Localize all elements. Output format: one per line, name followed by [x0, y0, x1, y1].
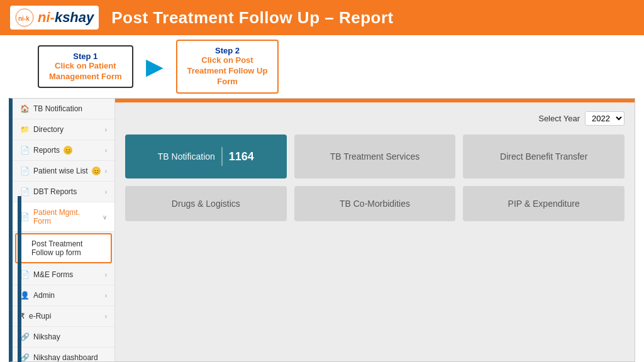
step-arrow: ▶	[146, 55, 164, 78]
sidebar-item-admin[interactable]: 👤 Admin ›	[13, 285, 114, 306]
logo-icon: ni-k	[15, 8, 34, 27]
sidebar-item-label: DBT Reports	[33, 187, 77, 196]
logo: ni-k ni-kshay	[10, 6, 99, 30]
grid-buttons: TB Notification 1164 TB Treatment Servic…	[125, 134, 625, 221]
chevron-down-icon: ∨	[103, 214, 107, 221]
sidebar-item-me-forms[interactable]: 📄 M&E Forms ›	[13, 265, 114, 285]
direct-benefit-label: Direct Benefit Transfer	[500, 151, 587, 162]
person-icon: 👤	[20, 291, 30, 300]
sidebar-subitem-post-treatment[interactable]: Post Treatment Follow up form	[15, 233, 112, 263]
sidebar-item-patient-wise-list[interactable]: 📄 Patient wise List 😊 ›	[13, 161, 114, 182]
sidebar-item-label: Nikshay dashboard	[33, 353, 98, 361]
file-icon: 📄	[20, 270, 30, 279]
tb-treatment-services-button[interactable]: TB Treatment Services	[294, 134, 456, 178]
chevron-right-icon: ›	[105, 189, 107, 195]
content-area: Select Year 2022 2021 2020 TB Notificati…	[115, 99, 635, 361]
pip-expenditure-button[interactable]: PIP & Expenditure	[463, 186, 625, 221]
chevron-right-icon: ›	[105, 292, 107, 299]
sidebar-item-dbt-reports[interactable]: 📄 DBT Reports ›	[13, 182, 114, 202]
sidebar-item-label: Patient Mgmt. Form	[33, 208, 99, 226]
link-icon: 🔗	[20, 332, 30, 341]
sidebar-item-tb-notification[interactable]: 🏠 TB Notification	[13, 99, 114, 119]
tb-notification-label: TB Notification	[158, 151, 215, 162]
sidebar-item-reports[interactable]: 📄 Reports 😊 ›	[13, 140, 114, 161]
year-select-row: Select Year 2022 2021 2020	[125, 111, 625, 126]
sidebar-item-patient-mgmt-form[interactable]: 📄 Patient Mgmt. Form ∨	[13, 202, 114, 232]
sidebar-item-nikshay-dashboard[interactable]: 🔗 Nikshay dashboard	[13, 348, 114, 361]
chevron-right-icon: ›	[105, 147, 107, 154]
drugs-logistics-button[interactable]: Drugs & Logistics	[125, 186, 287, 221]
sidebar: 🏠 TB Notification 📁 Directory › 📄 Report…	[13, 99, 115, 361]
steps-area: Step 1 Click on PatientManagement Form ▶…	[0, 35, 644, 98]
page-title: Post Treatment Follow Up – Report	[111, 8, 393, 28]
step-1-box: Step 1 Click on PatientManagement Form	[38, 45, 133, 89]
sidebar-item-label: Reports	[33, 146, 60, 155]
step-1-label: Step 1	[49, 52, 122, 61]
step-2-desc: Click on PostTreatment Follow UpForm	[187, 55, 268, 87]
chevron-right-icon: ›	[105, 313, 107, 320]
svg-text:ni-k: ni-k	[18, 15, 30, 22]
step-2-label: Step 2	[187, 46, 268, 55]
file-icon: 📄	[20, 187, 30, 196]
pip-expenditure-label: PIP & Expenditure	[508, 199, 580, 209]
year-select[interactable]: 2022 2021 2020	[585, 111, 625, 126]
step-1-desc: Click on PatientManagement Form	[49, 61, 122, 82]
sidebar-item-directory[interactable]: 📁 Directory ›	[13, 119, 114, 140]
tb-notification-button[interactable]: TB Notification 1164	[125, 134, 287, 178]
chevron-right-icon: ›	[105, 272, 107, 278]
step-2-box: Step 2 Click on PostTreatment Follow UpF…	[176, 40, 279, 94]
sidebar-item-erupi[interactable]: ₹ e-Rupi ›	[13, 306, 114, 327]
tb-treatment-label: TB Treatment Services	[330, 151, 419, 162]
sidebar-item-label: Admin	[33, 291, 55, 300]
folder-icon: 📁	[20, 125, 30, 134]
chevron-right-icon: ›	[105, 126, 107, 133]
link-icon: 🔗	[20, 353, 30, 361]
sidebar-item-label: M&E Forms	[33, 270, 73, 279]
chevron-right-icon: ›	[105, 168, 107, 175]
year-label: Select Year	[538, 114, 580, 123]
left-accent	[18, 196, 21, 362]
logo-text: ni-kshay	[38, 9, 94, 26]
file-icon: 📄	[20, 212, 30, 221]
tb-co-morbidities-label: TB Co-Morbidities	[340, 199, 410, 209]
sidebar-item-nikshay[interactable]: 🔗 Nikshay	[13, 327, 114, 348]
sidebar-item-label: e-Rupi	[29, 312, 51, 321]
main-container: 🏠 TB Notification 📁 Directory › 📄 Report…	[9, 98, 635, 362]
sidebar-item-label: Nikshay	[33, 332, 60, 341]
drugs-logistics-label: Drugs & Logistics	[172, 199, 240, 209]
badge-icon: 😊	[92, 167, 101, 175]
tb-co-morbidities-button[interactable]: TB Co-Morbidities	[294, 186, 456, 221]
file-icon: 📄	[20, 167, 30, 175]
sidebar-item-label: Patient wise List	[33, 167, 88, 175]
direct-benefit-transfer-button[interactable]: Direct Benefit Transfer	[463, 134, 625, 178]
file-icon: 📄	[20, 146, 30, 155]
content-inner: Select Year 2022 2021 2020 TB Notificati…	[115, 102, 635, 361]
tb-notification-count: 1164	[229, 150, 254, 163]
home-icon: 🏠	[20, 104, 30, 113]
sidebar-item-label: Directory	[33, 125, 64, 134]
sidebar-subitem-label: Post Treatment Follow up form	[31, 239, 103, 257]
divider	[221, 147, 223, 166]
sidebar-item-label: TB Notification	[33, 104, 82, 113]
badge-icon: 😊	[64, 146, 72, 155]
header: ni-k ni-kshay Post Treatment Follow Up –…	[0, 0, 644, 35]
